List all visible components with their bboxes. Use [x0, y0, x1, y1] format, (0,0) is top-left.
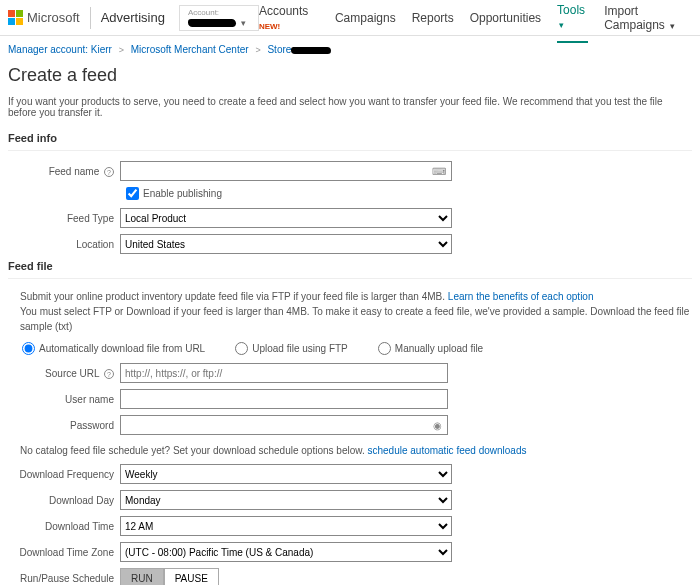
nav-import-campaigns[interactable]: Import Campaigns ▾ [604, 0, 692, 42]
label-username: User name [8, 394, 120, 405]
label-enable-publishing: Enable publishing [143, 188, 222, 199]
label-run-pause: Run/Pause Schedule [8, 573, 120, 584]
row-username: User name [8, 389, 692, 409]
breadcrumb-merchant-center[interactable]: Microsoft Merchant Center [131, 44, 249, 55]
microsoft-logo: Microsoft [8, 10, 80, 25]
enable-publishing-checkbox[interactable] [126, 187, 139, 200]
row-download-frequency: Download Frequency Weekly [8, 464, 692, 484]
chevron-down-icon: ▾ [670, 21, 675, 31]
nav-opportunities[interactable]: Opportunities [470, 1, 541, 35]
nav-accounts[interactable]: Accounts NEW! [259, 0, 319, 42]
label-source-url: Source URL ? [8, 368, 120, 379]
password-input[interactable] [120, 415, 448, 435]
label-password: Password [8, 420, 120, 431]
label-download-day: Download Day [8, 495, 120, 506]
label-download-frequency: Download Frequency [8, 469, 120, 480]
product-name: Advertising [101, 10, 165, 25]
breadcrumb-store[interactable]: Store [267, 44, 291, 55]
keyboard-icon: ⌨ [432, 166, 446, 177]
page-title: Create a feed [8, 65, 692, 86]
account-label: Account: [188, 8, 250, 17]
label-download-timezone: Download Time Zone [8, 547, 120, 558]
learn-benefits-link[interactable]: Learn the benefits of each option [448, 291, 594, 302]
upload-method-radios: Automatically download file from URL Upl… [22, 342, 692, 355]
main-nav: Accounts NEW! Campaigns Reports Opportun… [259, 0, 692, 43]
chevron-right-icon: > [255, 45, 260, 55]
row-download-timezone: Download Time Zone (UTC - 08:00) Pacific… [8, 542, 692, 562]
row-feed-type: Feed Type Local Product [8, 208, 692, 228]
row-password: Password ◉ [8, 415, 692, 435]
radio-ftp[interactable]: Upload file using FTP [235, 342, 348, 355]
nav-reports[interactable]: Reports [412, 1, 454, 35]
store-name-redacted [291, 47, 331, 54]
chevron-down-icon: ▾ [559, 20, 564, 30]
global-header: Microsoft Advertising Account: ▾ Account… [0, 0, 700, 36]
feed-file-description: Submit your online product inventory upd… [20, 289, 692, 334]
nav-campaigns[interactable]: Campaigns [335, 1, 396, 35]
schedule-link[interactable]: schedule automatic feed downloads [367, 445, 526, 456]
account-name-redacted [188, 19, 236, 27]
download-day-select[interactable]: Monday [120, 490, 452, 510]
breadcrumb-manager[interactable]: Manager account: Kierr [8, 44, 112, 55]
pause-button[interactable]: PAUSE [164, 568, 219, 585]
row-run-pause: Run/Pause Schedule RUN PAUSE [8, 568, 692, 585]
section-feed-info: Feed info [8, 132, 692, 144]
nav-tools[interactable]: Tools ▾ [557, 0, 588, 43]
row-download-day: Download Day Monday [8, 490, 692, 510]
help-icon[interactable]: ? [104, 167, 114, 177]
schedule-description: No catalog feed file schedule yet? Set y… [20, 445, 692, 456]
row-download-time: Download Time 12 AM [8, 516, 692, 536]
feed-name-input[interactable] [120, 161, 452, 181]
radio-auto-download[interactable]: Automatically download file from URL [22, 342, 205, 355]
username-input[interactable] [120, 389, 448, 409]
eye-icon[interactable]: ◉ [433, 420, 442, 431]
row-source-url: Source URL ? [8, 363, 692, 383]
source-url-input[interactable] [120, 363, 448, 383]
row-enable-publishing: Enable publishing [126, 187, 692, 200]
download-time-select[interactable]: 12 AM [120, 516, 452, 536]
row-location: Location United States [8, 234, 692, 254]
section-feed-file: Feed file [8, 260, 692, 272]
feed-type-select[interactable]: Local Product [120, 208, 452, 228]
radio-manual[interactable]: Manually upload file [378, 342, 483, 355]
ms-logo-icon [8, 10, 23, 25]
section-divider [8, 150, 692, 151]
location-select[interactable]: United States [120, 234, 452, 254]
page-intro: If you want your products to serve, you … [8, 96, 692, 118]
account-switcher[interactable]: Account: ▾ [179, 5, 259, 31]
header-divider [90, 7, 91, 29]
chevron-down-icon: ▾ [241, 18, 246, 28]
help-icon[interactable]: ? [104, 369, 114, 379]
section-divider [8, 278, 692, 279]
page-body: Create a feed If you want your products … [0, 61, 700, 585]
label-feed-name: Feed name ? [8, 166, 120, 177]
row-feed-name: Feed name ? ⌨ [8, 161, 692, 181]
label-feed-type: Feed Type [8, 213, 120, 224]
chevron-right-icon: > [119, 45, 124, 55]
label-location: Location [8, 239, 120, 250]
label-download-time: Download Time [8, 521, 120, 532]
download-frequency-select[interactable]: Weekly [120, 464, 452, 484]
run-button[interactable]: RUN [120, 568, 164, 585]
download-timezone-select[interactable]: (UTC - 08:00) Pacific Time (US & Canada) [120, 542, 452, 562]
new-badge: NEW! [259, 22, 280, 31]
brand-text: Microsoft [27, 10, 80, 25]
